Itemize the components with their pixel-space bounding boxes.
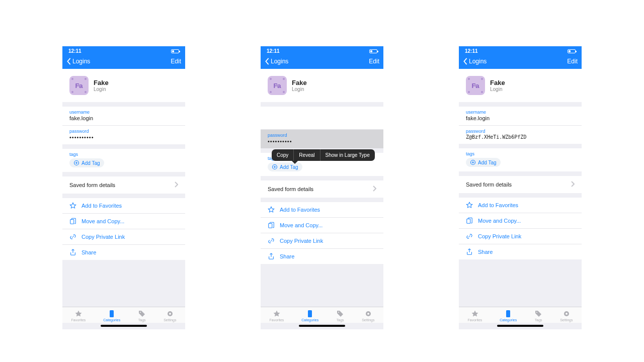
tab-categories[interactable]: Categories: [103, 310, 120, 322]
tab-settings[interactable]: Settings: [362, 310, 374, 322]
add-tag-button[interactable]: Add Tag: [466, 158, 501, 167]
add-favorites-label: Add to Favorites: [82, 203, 122, 209]
tab-tags[interactable]: Tags: [336, 310, 344, 322]
username-field[interactable]: username fake.login: [459, 107, 582, 126]
username-field[interactable]: username fake.login: [62, 107, 185, 126]
back-button[interactable]: Logins: [66, 58, 90, 65]
password-field[interactable]: password ••••••••••: [261, 130, 383, 148]
svg-rect-6: [70, 220, 74, 224]
tabbar: Favorites Categories Tags Settings: [261, 307, 383, 323]
navbar: Logins Edit: [459, 55, 582, 69]
add-tag-label: Add Tag: [280, 164, 298, 170]
hero: Fa Fake Login: [261, 69, 383, 102]
svg-rect-29: [506, 310, 510, 317]
popover-copy[interactable]: Copy: [272, 149, 294, 161]
tabbar: Favorites Categories Tags Settings: [459, 307, 582, 323]
password-label: password: [268, 133, 376, 138]
private-link-label: Copy Private Link: [82, 234, 125, 240]
tab-tags[interactable]: Tags: [138, 310, 146, 322]
move-copy-button[interactable]: Move and Copy...: [261, 218, 383, 233]
tab-favorites[interactable]: Favorites: [468, 310, 482, 322]
tab-settings-label: Settings: [560, 318, 573, 322]
content: Fa Fake Login username fake.login passwo…: [62, 69, 185, 307]
actions-section: Add to Favorites Move and Copy... Copy P…: [261, 202, 383, 264]
username-field[interactable]: [261, 107, 383, 130]
tab-tags-label: Tags: [535, 318, 542, 322]
tab-settings[interactable]: Settings: [164, 310, 176, 322]
share-label: Share: [478, 249, 493, 255]
saved-form-row[interactable]: Saved form details: [62, 176, 185, 194]
move-copy-label: Move and Copy...: [280, 222, 323, 228]
home-indicator[interactable]: [299, 325, 345, 327]
header: 12:11 Logins Edit: [459, 46, 582, 69]
tabbar: Favorites Categories Tags Settings: [62, 307, 185, 323]
edit-button[interactable]: Edit: [369, 58, 379, 65]
statusbar: 12:11: [261, 46, 383, 55]
tab-favorites[interactable]: Favorites: [71, 310, 86, 322]
actions-section: Add to Favorites Move and Copy... Copy P…: [62, 198, 185, 260]
add-favorites-button[interactable]: Add to Favorites: [459, 198, 582, 213]
status-icons: [366, 48, 377, 54]
password-value-masked: ••••••••••: [268, 138, 376, 144]
tags-field: tags Add Tag: [62, 149, 185, 172]
move-copy-button[interactable]: Move and Copy...: [62, 214, 185, 229]
share-icon: [69, 249, 76, 256]
username-label: username: [466, 110, 575, 115]
phone-popover: 12:11 Logins Edit Fa Fake Login: [261, 46, 383, 329]
copy-icon: [69, 218, 76, 225]
home-indicator[interactable]: [101, 325, 147, 327]
password-field[interactable]: password Z@Bzf.XHeTi.WZb6PfZD: [459, 126, 582, 144]
item-subtitle: Login: [490, 86, 505, 92]
back-label: Logins: [469, 58, 487, 65]
categories-icon: [504, 310, 512, 318]
chevron-right-icon: [372, 186, 376, 193]
private-link-button[interactable]: Copy Private Link: [62, 229, 185, 245]
tab-tags[interactable]: Tags: [534, 310, 542, 322]
tab-favorites[interactable]: Favorites: [270, 310, 284, 322]
password-value-revealed: Z@Bzf.XHeTi.WZb6PfZD: [466, 134, 575, 140]
tab-categories-label: Categories: [500, 318, 517, 322]
share-button[interactable]: Share: [459, 244, 582, 259]
saved-form-row[interactable]: Saved form details: [459, 176, 582, 193]
popover-reveal[interactable]: Reveal: [294, 149, 320, 161]
share-button[interactable]: Share: [261, 249, 383, 264]
tab-categories[interactable]: Categories: [500, 310, 517, 322]
add-tag-button[interactable]: Add Tag: [69, 158, 104, 167]
back-button[interactable]: Logins: [265, 58, 288, 65]
navbar: Logins Edit: [62, 55, 185, 69]
status-time: 12:11: [465, 48, 478, 54]
password-field[interactable]: password ••••••••••: [62, 126, 185, 144]
add-tag-label: Add Tag: [82, 160, 100, 166]
tab-categories[interactable]: Categories: [301, 310, 318, 322]
add-favorites-button[interactable]: Add to Favorites: [62, 198, 185, 214]
share-label: Share: [280, 253, 294, 259]
tab-categories-label: Categories: [103, 318, 120, 322]
private-link-button[interactable]: Copy Private Link: [459, 229, 582, 244]
tab-settings[interactable]: Settings: [560, 310, 573, 322]
svg-rect-18: [308, 310, 312, 317]
plus-circle-icon: [470, 159, 476, 165]
popover-large-type[interactable]: Show in Large Type: [320, 149, 375, 161]
svg-rect-28: [467, 219, 470, 224]
add-favorites-button[interactable]: Add to Favorites: [261, 202, 383, 218]
battery-icon: [568, 49, 576, 53]
item-subtitle: Login: [94, 86, 109, 92]
private-link-button[interactable]: Copy Private Link: [261, 233, 383, 249]
tag-icon: [138, 310, 146, 318]
saved-form-row[interactable]: Saved form details: [261, 180, 383, 198]
edit-button[interactable]: Edit: [567, 58, 578, 65]
share-button[interactable]: Share: [62, 245, 185, 260]
edit-button[interactable]: Edit: [171, 58, 181, 65]
hero: Fa Fake Login: [459, 69, 582, 102]
back-button[interactable]: Logins: [463, 58, 487, 65]
move-copy-button[interactable]: Move and Copy...: [459, 213, 582, 229]
svg-rect-7: [110, 310, 114, 317]
gear-icon: [364, 310, 372, 318]
item-title: Fake: [490, 79, 505, 86]
tab-tags-label: Tags: [337, 318, 344, 322]
home-indicator[interactable]: [497, 325, 543, 327]
star-icon: [69, 202, 76, 209]
username-value: fake.login: [466, 115, 575, 121]
credentials-section: password ••••••••••: [261, 107, 383, 148]
star-icon: [273, 310, 281, 318]
